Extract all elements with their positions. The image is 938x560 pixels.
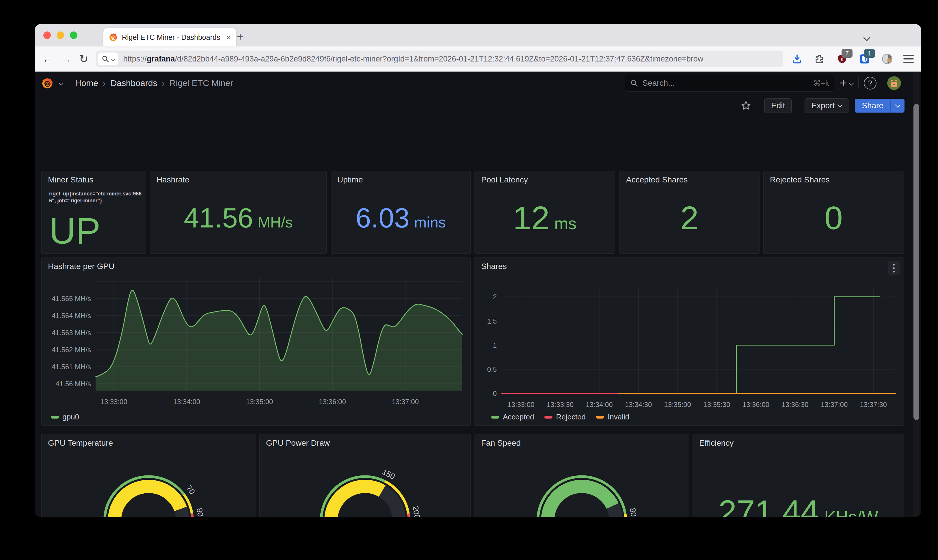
breadcrumb-dashboards[interactable]: Dashboards bbox=[111, 78, 157, 88]
legend-item[interactable]: gpu0 bbox=[51, 412, 79, 422]
stat-value: 271.44 bbox=[718, 495, 819, 517]
extensions-puzzle-icon[interactable] bbox=[813, 52, 826, 65]
back-button[interactable]: ← bbox=[42, 54, 53, 65]
stat-unit: KHs/W bbox=[824, 507, 878, 517]
legend-item[interactable]: Invalid bbox=[596, 412, 629, 422]
shares-chart: 13:33:0013:33:3013:34:0013:34:3013:35:00… bbox=[475, 258, 904, 414]
svg-text:80: 80 bbox=[195, 508, 205, 517]
svg-text:13:34:00: 13:34:00 bbox=[173, 398, 200, 406]
org-switcher-chevron-icon[interactable] bbox=[59, 81, 64, 86]
panel-gpu-power-draw: GPU Power Draw 0150200250153 W bbox=[259, 434, 471, 517]
svg-text:80: 80 bbox=[628, 508, 638, 517]
dashboard-actions: Edit Export Share bbox=[35, 95, 921, 117]
reload-button[interactable]: ↻ bbox=[79, 54, 88, 65]
account-avatar-icon[interactable] bbox=[881, 52, 893, 65]
hashrate-chart: 13:33:0013:34:0013:35:0013:36:0013:37:00… bbox=[42, 258, 470, 414]
grafana-logo[interactable] bbox=[41, 77, 54, 89]
legend-item[interactable]: Accepted bbox=[491, 412, 534, 422]
legend-swatch bbox=[491, 416, 499, 418]
stat-value: 12 bbox=[513, 202, 550, 234]
search-engine-selector[interactable] bbox=[98, 52, 118, 65]
bitwarden-shield-icon[interactable]: 1 bbox=[858, 52, 871, 65]
minimize-window-button[interactable] bbox=[57, 31, 64, 39]
tab-close-icon[interactable]: × bbox=[226, 33, 231, 42]
chevron-down-icon bbox=[111, 57, 116, 61]
zoom-window-button[interactable] bbox=[70, 31, 77, 39]
svg-text:2: 2 bbox=[493, 293, 497, 301]
ublock-badge: 7 bbox=[841, 49, 853, 58]
legend-swatch bbox=[51, 416, 59, 418]
export-button[interactable]: Export bbox=[805, 98, 849, 113]
svg-text:41.565 MH/s: 41.565 MH/s bbox=[52, 295, 91, 303]
favorite-star-icon[interactable] bbox=[741, 100, 752, 111]
stat-value: 0 bbox=[824, 202, 843, 234]
panel-efficiency: Efficiency 271.44 KHs/W bbox=[693, 434, 904, 517]
panel-miner-status: Miner Status rigel_up{instance="etc-mine… bbox=[41, 171, 146, 254]
page-scrollbar-thumb[interactable] bbox=[913, 104, 919, 420]
svg-text:13:35:00: 13:35:00 bbox=[664, 401, 691, 408]
panel-title[interactable]: Efficiency bbox=[699, 438, 733, 448]
gpu-temperature-gauge: 0708010076 °C bbox=[42, 446, 256, 517]
legend-label: Accepted bbox=[503, 412, 534, 422]
panel-hashrate: Hashrate 41.56 MH/s bbox=[150, 171, 327, 254]
legend-item[interactable]: Rejected bbox=[544, 412, 586, 422]
stat-unit: MH/s bbox=[257, 214, 293, 231]
grafana-nav: Home › Dashboards › Rigel ETC Miner Sear… bbox=[35, 72, 921, 95]
svg-text:41.561 MH/s: 41.561 MH/s bbox=[52, 363, 91, 371]
stat-value: 6.03 bbox=[356, 204, 410, 232]
svg-text:41.56 MH/s: 41.56 MH/s bbox=[55, 380, 91, 388]
panel-hashrate-per-gpu: Hashrate per GPU 13:33:0013:34:0013:35:0… bbox=[41, 257, 471, 426]
legend-label: Invalid bbox=[608, 412, 629, 422]
chevron-down-icon bbox=[895, 102, 900, 108]
browser-tab[interactable]: Rigel ETC Miner - Dashboards - × bbox=[103, 28, 236, 46]
downloads-button[interactable] bbox=[791, 52, 803, 65]
user-avatar[interactable] bbox=[887, 76, 901, 90]
stat-unit: mins bbox=[414, 214, 446, 231]
ublock-shield-icon[interactable]: u 7 bbox=[836, 52, 849, 65]
tab-list-chevron-icon[interactable] bbox=[864, 35, 869, 41]
panel-title[interactable]: Hashrate bbox=[157, 175, 189, 185]
forward-button[interactable]: → bbox=[61, 54, 72, 65]
panel-fan-speed: Fan Speed 0809010074% bbox=[474, 434, 689, 517]
bitwarden-badge: 1 bbox=[864, 49, 875, 58]
panel-title[interactable]: Miner Status bbox=[48, 175, 93, 185]
panel-title[interactable]: Pool Latency bbox=[481, 175, 528, 185]
panel-title[interactable]: Uptime bbox=[337, 175, 363, 185]
svg-text:13:36:00: 13:36:00 bbox=[742, 401, 769, 408]
close-window-button[interactable] bbox=[43, 31, 51, 39]
help-button[interactable]: ? bbox=[864, 77, 876, 89]
svg-text:13:35:00: 13:35:00 bbox=[246, 398, 273, 406]
search-placeholder: Search... bbox=[642, 78, 809, 88]
share-button[interactable]: Share bbox=[855, 99, 904, 112]
browser-window: Rigel ETC Miner - Dashboards - × + ← → ↻… bbox=[35, 24, 921, 517]
edit-button[interactable]: Edit bbox=[764, 98, 792, 113]
svg-text:13:37:00: 13:37:00 bbox=[392, 398, 419, 406]
svg-text:0: 0 bbox=[493, 390, 497, 397]
legend-label: gpu0 bbox=[62, 412, 79, 422]
new-tab-button[interactable]: + bbox=[237, 31, 243, 42]
menu-hamburger-icon[interactable] bbox=[903, 55, 914, 63]
legend-swatch bbox=[544, 416, 553, 418]
breadcrumb-current: Rigel ETC Miner bbox=[169, 78, 233, 88]
breadcrumb-home[interactable]: Home bbox=[75, 78, 98, 88]
url-fade bbox=[749, 51, 783, 67]
share-dropdown-button[interactable] bbox=[890, 99, 904, 112]
panel-pool-latency: Pool Latency 12 ms bbox=[474, 171, 615, 254]
url-bar[interactable]: https://grafana/d/82d2bb44-a989-493a-a29… bbox=[96, 51, 783, 67]
tab-strip: Rigel ETC Miner - Dashboards - × + bbox=[35, 24, 921, 46]
add-new-button[interactable]: + bbox=[839, 76, 853, 90]
svg-text:0.5: 0.5 bbox=[487, 365, 497, 373]
panel-accepted-shares: Accepted Shares 2 bbox=[619, 171, 759, 254]
panel-shares: Shares 13:33:0013:33:3013:34:0013:34:301… bbox=[474, 257, 904, 426]
stat-unit: ms bbox=[554, 214, 576, 233]
panel-title[interactable]: Accepted Shares bbox=[626, 175, 688, 185]
svg-text:13:37:00: 13:37:00 bbox=[821, 401, 848, 408]
panel-title[interactable]: Rejected Shares bbox=[770, 175, 830, 185]
svg-text:200: 200 bbox=[411, 505, 422, 517]
svg-text:13:37:30: 13:37:30 bbox=[860, 401, 887, 408]
svg-text:13:34:00: 13:34:00 bbox=[586, 401, 613, 408]
svg-text:13:34:30: 13:34:30 bbox=[625, 401, 652, 408]
search-icon bbox=[102, 55, 109, 63]
search-input[interactable]: Search... ⌘+k bbox=[625, 75, 834, 91]
window-controls bbox=[43, 31, 77, 39]
